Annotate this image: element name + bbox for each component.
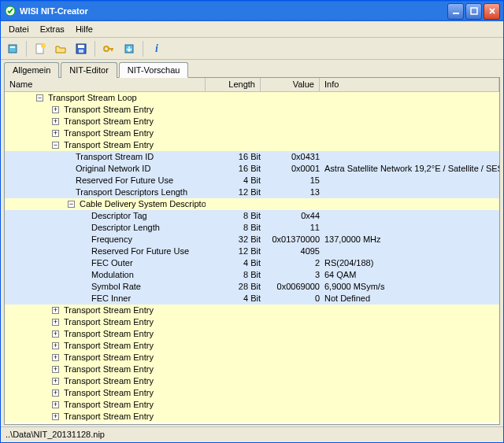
row-length	[206, 352, 261, 364]
grid-body[interactable]: −Transport Stream Loop+Transport Stream …	[5, 92, 499, 424]
expand-icon[interactable]: +	[52, 106, 59, 113]
row-value	[261, 340, 320, 352]
tab-nit-editor[interactable]: NIT-Editor	[61, 62, 117, 78]
menu-extras[interactable]: Extras	[35, 23, 69, 35]
app-icon	[4, 5, 17, 17]
table-row[interactable]: +Transport Stream Entry	[5, 127, 499, 139]
table-row[interactable]: Symbol Rate28 Bit0x00690006,9000 MSym/s	[5, 281, 499, 293]
table-row[interactable]: +Transport Stream Entry	[5, 116, 499, 127]
expand-icon[interactable]: +	[52, 378, 59, 385]
svg-rect-2	[471, 8, 477, 14]
table-row[interactable]: Original Network ID16 Bit0x0001Astra Sat…	[5, 163, 499, 175]
table-row[interactable]: +Transport Stream Entry	[5, 104, 499, 116]
column-header-length[interactable]: Length	[206, 78, 261, 91]
table-row[interactable]: Modulation8 Bit364 QAM	[5, 269, 499, 281]
expand-icon[interactable]: +	[52, 389, 59, 397]
table-row[interactable]: Transport Stream ID16 Bit0x0431	[5, 151, 499, 163]
row-length: 8 Bit	[206, 222, 261, 234]
table-row[interactable]: +Transport Stream Entry	[5, 328, 499, 340]
minimize-button[interactable]	[447, 3, 464, 20]
row-name: Transport Stream Entry	[64, 305, 154, 316]
column-header-value[interactable]: Value	[261, 78, 320, 91]
row-length: 16 Bit	[206, 163, 261, 175]
row-name: Original Network ID	[76, 163, 150, 175]
expand-icon[interactable]: +	[52, 366, 59, 373]
table-row[interactable]: +Transport Stream Entry	[5, 316, 499, 328]
row-name: Transport Stream Loop	[48, 92, 137, 104]
expand-icon[interactable]: +	[52, 130, 59, 137]
expand-icon[interactable]: +	[52, 319, 59, 326]
table-row[interactable]: Reserved For Future Use12 Bit4095	[5, 245, 499, 257]
row-info: 6,9000 MSym/s	[320, 281, 499, 293]
row-length	[206, 104, 261, 116]
maximize-button[interactable]	[465, 3, 482, 20]
save-icon[interactable]	[72, 40, 90, 57]
info-icon[interactable]: i	[148, 40, 165, 57]
row-name: Transport Stream Entry	[64, 127, 154, 139]
row-name: Transport Stream Entry	[64, 104, 154, 116]
menu-hilfe[interactable]: Hilfe	[71, 23, 98, 35]
row-info	[320, 151, 499, 163]
expand-icon[interactable]: +	[52, 118, 59, 125]
table-row[interactable]: Reserved For Future Use4 Bit15	[5, 175, 499, 186]
row-length	[206, 411, 261, 423]
export-icon[interactable]	[120, 40, 138, 57]
row-length: 4 Bit	[206, 175, 261, 186]
table-row[interactable]: +Transport Stream Entry	[5, 364, 499, 375]
expand-icon[interactable]: +	[52, 307, 59, 314]
tab-nit-vorschau[interactable]: NIT-Vorschau	[119, 62, 189, 78]
row-value: 0x0069000	[261, 281, 320, 293]
row-info	[320, 198, 499, 210]
close-button[interactable]	[484, 3, 500, 20]
row-value	[261, 127, 320, 139]
row-value	[261, 328, 320, 340]
expand-icon[interactable]: +	[52, 413, 59, 420]
menu-datei[interactable]: Datei	[4, 23, 34, 35]
column-header-name[interactable]: Name	[5, 78, 206, 91]
key-icon[interactable]	[100, 40, 117, 57]
table-row[interactable]: +Transport Stream Entry	[5, 375, 499, 387]
svg-rect-8	[78, 45, 84, 48]
table-row[interactable]: +Transport Stream Entry	[5, 340, 499, 352]
collapse-icon[interactable]: −	[68, 201, 75, 208]
new-file-icon[interactable]	[32, 40, 49, 57]
svg-point-10	[104, 46, 109, 51]
row-info: 64 QAM	[320, 269, 499, 281]
table-row[interactable]: −Transport Stream Entry	[5, 139, 499, 151]
table-row[interactable]: FEC Inner4 Bit0Not Defined	[5, 293, 499, 305]
row-info	[320, 116, 499, 127]
tab-allgemein[interactable]: Allgemein	[4, 62, 59, 78]
table-row[interactable]: −Cable Delivery System Descriptor	[5, 198, 499, 210]
open-folder-icon[interactable]	[52, 40, 69, 57]
table-row[interactable]: +Transport Stream Entry	[5, 387, 499, 399]
expand-icon[interactable]: +	[52, 342, 59, 349]
row-value	[261, 364, 320, 375]
table-row[interactable]: Transport Descriptors Length12 Bit13	[5, 186, 499, 198]
svg-rect-1	[453, 13, 459, 14]
table-row[interactable]: +Transport Stream Entry	[5, 411, 499, 423]
row-value	[261, 411, 320, 423]
row-length: 16 Bit	[206, 151, 261, 163]
table-row[interactable]: Descriptor Tag8 Bit0x44	[5, 210, 499, 222]
table-row[interactable]: +Transport Stream Entry	[5, 305, 499, 316]
expand-icon[interactable]: +	[52, 354, 59, 361]
table-row[interactable]: +Transport Stream Entry	[5, 399, 499, 411]
collapse-icon[interactable]: −	[52, 142, 59, 149]
row-name: Transport Stream Entry	[64, 399, 154, 411]
expand-icon[interactable]: +	[52, 330, 59, 338]
column-header-info[interactable]: Info	[320, 78, 499, 91]
table-row[interactable]: −Transport Stream Loop	[5, 92, 499, 104]
window: WISI NIT-Creator Datei Extras Hilfe	[0, 0, 504, 443]
table-row[interactable]: FEC Outer4 Bit2RS(204/188)	[5, 257, 499, 269]
row-info: Astra Satellite Network 19,2°E / Satelli…	[320, 163, 499, 175]
row-info	[320, 104, 499, 116]
row-value: 0x0001	[261, 163, 320, 175]
row-length	[206, 375, 261, 387]
expand-icon[interactable]: +	[52, 401, 59, 408]
row-name: Frequency	[91, 234, 132, 245]
collapse-icon[interactable]: −	[36, 94, 43, 102]
table-row[interactable]: Frequency32 Bit0x01370000137,0000 MHz	[5, 234, 499, 245]
new-device-icon[interactable]	[4, 40, 21, 57]
table-row[interactable]: +Transport Stream Entry	[5, 352, 499, 364]
table-row[interactable]: Descriptor Length8 Bit11	[5, 222, 499, 234]
